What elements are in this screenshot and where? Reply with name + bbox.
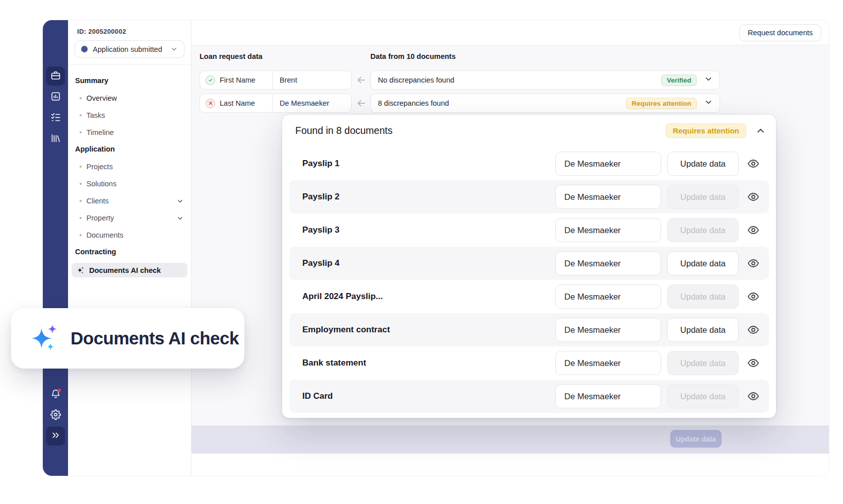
document-label: Bank statement bbox=[302, 358, 555, 368]
field-label-cell: First Name bbox=[200, 71, 273, 89]
popup-title: Found in 8 documents bbox=[295, 125, 666, 136]
chevron-down-icon[interactable] bbox=[704, 98, 713, 109]
field-value[interactable]: Brent bbox=[273, 76, 297, 84]
notifications-button[interactable] bbox=[46, 385, 65, 404]
name-input[interactable]: De Mesmaeker bbox=[555, 218, 661, 242]
chevron-down-icon[interactable] bbox=[176, 197, 184, 205]
name-input[interactable]: De Mesmaeker bbox=[555, 185, 661, 209]
update-data-button[interactable]: Update data bbox=[667, 152, 739, 176]
sidebar-item-label: Documents bbox=[87, 231, 123, 239]
eye-icon[interactable] bbox=[747, 390, 759, 402]
sparkles-icon bbox=[77, 266, 85, 274]
window-bottom bbox=[191, 454, 829, 476]
eye-icon[interactable] bbox=[747, 158, 759, 170]
chevron-up-icon[interactable] bbox=[755, 125, 766, 136]
chevron-down-icon[interactable] bbox=[176, 214, 184, 222]
loan-request-data-title: Loan request data bbox=[200, 52, 263, 60]
update-data-footer-button[interactable]: Update data bbox=[670, 430, 722, 448]
update-data-button-disabled: Update data bbox=[667, 351, 739, 375]
topbar: Request documents bbox=[191, 20, 829, 45]
name-input[interactable]: De Mesmaeker bbox=[555, 152, 661, 176]
document-row-payslip-3: Payslip 3 De Mesmaeker Update data bbox=[289, 213, 769, 247]
name-input[interactable]: De Mesmaeker bbox=[555, 251, 661, 275]
document-label: Employment contract bbox=[302, 325, 555, 335]
sidebar-item-projects[interactable]: Projects bbox=[75, 162, 185, 172]
field-label: First Name bbox=[220, 76, 255, 84]
checklist-icon bbox=[50, 112, 61, 124]
field-last-name: Last Name De Mesmaeker bbox=[200, 94, 352, 113]
sidebar-item-overview[interactable]: Overview bbox=[75, 93, 185, 103]
document-row-payslip-1: Payslip 1 De Mesmaeker Update data bbox=[289, 147, 769, 180]
sidebar-item-label: Documents AI check bbox=[89, 266, 161, 274]
document-row-payslip-4: Payslip 4 De Mesmaeker Update data bbox=[289, 247, 769, 280]
sidebar-item-label: Overview bbox=[87, 94, 117, 102]
icon-rail bbox=[43, 20, 68, 476]
sidebar-item-property[interactable]: Property bbox=[75, 213, 185, 223]
gear-icon bbox=[50, 409, 61, 422]
eye-icon[interactable] bbox=[747, 257, 759, 269]
section-contracting: Contracting bbox=[75, 248, 116, 256]
eye-icon[interactable] bbox=[747, 357, 759, 369]
bullet-dot bbox=[80, 97, 82, 99]
eye-icon[interactable] bbox=[747, 291, 759, 303]
discrepancy-row-first-name[interactable]: No discrepancies found Verified bbox=[370, 70, 720, 90]
left-arrow-icon bbox=[355, 70, 368, 90]
sidebar: ID: 2005200002 Application submitted Sum… bbox=[68, 20, 191, 476]
update-data-button-disabled: Update data bbox=[667, 384, 739, 408]
document-label: Payslip 4 bbox=[302, 258, 555, 268]
name-input[interactable]: De Mesmaeker bbox=[555, 351, 661, 375]
bullet-dot bbox=[80, 166, 82, 168]
document-label: ID Card bbox=[302, 391, 555, 401]
sidebar-item-solutions[interactable]: Solutions bbox=[75, 179, 185, 189]
footer-bar: Update data bbox=[191, 425, 829, 454]
check-circle-icon bbox=[206, 76, 215, 85]
request-documents-button[interactable]: Request documents bbox=[739, 24, 821, 41]
sidebar-item-label: Tasks bbox=[87, 111, 105, 119]
sidebar-item-tasks[interactable]: Tasks bbox=[75, 110, 185, 120]
sidebar-item-label: Projects bbox=[87, 163, 113, 171]
section-application: Application bbox=[75, 145, 115, 153]
update-data-button[interactable]: Update data bbox=[667, 251, 739, 275]
name-input[interactable]: De Mesmaeker bbox=[555, 384, 661, 408]
name-input[interactable]: De Mesmaeker bbox=[555, 318, 661, 342]
document-row-payslip-2: Payslip 2 De Mesmaeker Update data bbox=[289, 180, 769, 213]
sidebar-item-clients[interactable]: Clients bbox=[75, 196, 185, 206]
bullet-dot bbox=[80, 183, 82, 185]
sidebar-item-documents-ai-check[interactable]: Documents AI check bbox=[72, 263, 187, 277]
update-data-button[interactable]: Update data bbox=[667, 318, 739, 342]
settings-button[interactable] bbox=[46, 406, 65, 425]
sidebar-item-documents[interactable]: Documents bbox=[75, 230, 185, 240]
update-data-button-disabled: Update data bbox=[667, 284, 739, 309]
ai-card-title: Documents AI check bbox=[71, 328, 239, 348]
tasks-nav-button[interactable] bbox=[46, 108, 65, 127]
document-label: Payslip 2 bbox=[302, 192, 555, 202]
application-status-select[interactable]: Application submitted bbox=[75, 40, 184, 58]
bullet-dot bbox=[80, 200, 82, 202]
field-first-name: First Name Brent bbox=[200, 70, 352, 90]
discrepancy-text: No discrepancies found bbox=[378, 76, 661, 84]
document-label: April 2024 Payslip... bbox=[302, 292, 555, 302]
name-input[interactable]: De Mesmaeker bbox=[555, 284, 661, 309]
expand-sidebar-button[interactable] bbox=[46, 426, 65, 446]
x-circle-icon bbox=[206, 99, 215, 108]
bullet-dot bbox=[80, 217, 82, 219]
bullet-dot bbox=[80, 131, 82, 133]
bar-chart-icon bbox=[50, 91, 61, 104]
field-value[interactable]: De Mesmaeker bbox=[273, 99, 329, 107]
sidebar-item-timeline[interactable]: Timeline bbox=[75, 127, 185, 137]
requires-attention-badge: Requires attention bbox=[626, 98, 697, 109]
field-label-cell: Last Name bbox=[200, 94, 273, 112]
field-label: Last Name bbox=[220, 99, 255, 107]
eye-icon[interactable] bbox=[747, 324, 759, 336]
briefcase-nav-button[interactable] bbox=[46, 66, 65, 86]
analytics-nav-button[interactable] bbox=[46, 88, 65, 107]
eye-icon[interactable] bbox=[747, 191, 759, 203]
popup-header: Found in 8 documents Requires attention bbox=[282, 117, 776, 144]
discrepancy-row-last-name[interactable]: 8 discrepancies found Requires attention bbox=[370, 94, 720, 113]
eye-icon[interactable] bbox=[747, 224, 759, 236]
library-nav-button[interactable] bbox=[46, 129, 65, 149]
chevron-down-icon[interactable] bbox=[704, 75, 713, 86]
bullet-dot bbox=[80, 234, 82, 236]
sidebar-item-label: Property bbox=[87, 214, 114, 222]
divider bbox=[68, 64, 191, 65]
